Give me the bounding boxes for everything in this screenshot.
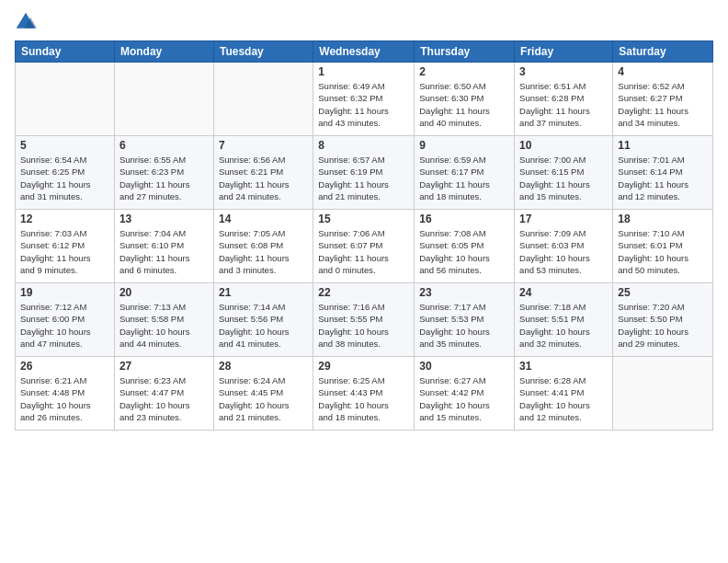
weekday-header-tuesday: Tuesday bbox=[213, 41, 313, 63]
day-number: 9 bbox=[419, 139, 509, 152]
calendar-cell: 20Sunrise: 7:13 AM Sunset: 5:58 PM Dayli… bbox=[114, 283, 213, 357]
calendar-cell: 2Sunrise: 6:50 AM Sunset: 6:30 PM Daylig… bbox=[415, 63, 515, 136]
day-info: Sunrise: 7:08 AM Sunset: 6:05 PM Dayligh… bbox=[419, 227, 509, 276]
calendar-cell bbox=[16, 63, 115, 136]
day-number: 24 bbox=[519, 286, 608, 299]
week-row-2: 5Sunrise: 6:54 AM Sunset: 6:25 PM Daylig… bbox=[16, 136, 713, 210]
page: SundayMondayTuesdayWednesdayThursdayFrid… bbox=[0, 0, 728, 563]
day-info: Sunrise: 7:20 AM Sunset: 5:50 PM Dayligh… bbox=[618, 301, 708, 350]
day-info: Sunrise: 6:27 AM Sunset: 4:42 PM Dayligh… bbox=[419, 374, 509, 423]
day-number: 20 bbox=[119, 286, 209, 299]
day-info: Sunrise: 7:18 AM Sunset: 5:51 PM Dayligh… bbox=[519, 301, 608, 350]
calendar-cell: 19Sunrise: 7:12 AM Sunset: 6:00 PM Dayli… bbox=[16, 283, 115, 357]
day-number: 30 bbox=[419, 360, 509, 373]
logo-icon bbox=[15, 11, 37, 33]
calendar-cell: 9Sunrise: 6:59 AM Sunset: 6:17 PM Daylig… bbox=[415, 136, 515, 210]
day-info: Sunrise: 6:56 AM Sunset: 6:21 PM Dayligh… bbox=[219, 154, 308, 202]
day-number: 5 bbox=[20, 139, 109, 152]
day-number: 13 bbox=[119, 213, 209, 225]
day-number: 15 bbox=[318, 213, 409, 225]
day-info: Sunrise: 6:21 AM Sunset: 4:48 PM Dayligh… bbox=[20, 374, 109, 423]
week-row-1: 1Sunrise: 6:49 AM Sunset: 6:32 PM Daylig… bbox=[16, 63, 713, 136]
day-info: Sunrise: 6:52 AM Sunset: 6:27 PM Dayligh… bbox=[618, 80, 708, 129]
day-info: Sunrise: 7:12 AM Sunset: 6:00 PM Dayligh… bbox=[20, 301, 109, 350]
day-info: Sunrise: 6:55 AM Sunset: 6:23 PM Dayligh… bbox=[119, 154, 209, 202]
day-info: Sunrise: 6:25 AM Sunset: 4:43 PM Dayligh… bbox=[318, 374, 409, 423]
header bbox=[15, 11, 713, 33]
day-number: 25 bbox=[618, 286, 708, 299]
calendar-cell: 8Sunrise: 6:57 AM Sunset: 6:19 PM Daylig… bbox=[313, 136, 415, 210]
calendar-cell: 16Sunrise: 7:08 AM Sunset: 6:05 PM Dayli… bbox=[415, 210, 515, 283]
day-info: Sunrise: 7:10 AM Sunset: 6:01 PM Dayligh… bbox=[618, 227, 708, 276]
day-number: 27 bbox=[119, 360, 209, 373]
day-number: 23 bbox=[419, 286, 509, 299]
calendar-cell: 14Sunrise: 7:05 AM Sunset: 6:08 PM Dayli… bbox=[213, 210, 313, 283]
calendar-cell: 10Sunrise: 7:00 AM Sunset: 6:15 PM Dayli… bbox=[515, 136, 613, 210]
day-info: Sunrise: 7:01 AM Sunset: 6:14 PM Dayligh… bbox=[618, 154, 708, 202]
week-row-4: 19Sunrise: 7:12 AM Sunset: 6:00 PM Dayli… bbox=[16, 283, 713, 357]
calendar-cell: 7Sunrise: 6:56 AM Sunset: 6:21 PM Daylig… bbox=[213, 136, 313, 210]
day-info: Sunrise: 7:17 AM Sunset: 5:53 PM Dayligh… bbox=[419, 301, 509, 350]
weekday-header-friday: Friday bbox=[515, 41, 613, 63]
day-number: 22 bbox=[318, 286, 409, 299]
weekday-header-thursday: Thursday bbox=[415, 41, 515, 63]
calendar-cell: 30Sunrise: 6:27 AM Sunset: 4:42 PM Dayli… bbox=[415, 357, 515, 431]
day-number: 16 bbox=[419, 213, 509, 225]
day-number: 12 bbox=[20, 213, 109, 225]
calendar-cell: 5Sunrise: 6:54 AM Sunset: 6:25 PM Daylig… bbox=[16, 136, 115, 210]
day-number: 8 bbox=[318, 139, 409, 152]
day-info: Sunrise: 6:59 AM Sunset: 6:17 PM Dayligh… bbox=[419, 154, 509, 202]
day-info: Sunrise: 7:16 AM Sunset: 5:55 PM Dayligh… bbox=[318, 301, 409, 350]
day-number: 19 bbox=[20, 286, 109, 299]
weekday-header-sunday: Sunday bbox=[16, 41, 115, 63]
calendar-cell bbox=[613, 357, 713, 431]
day-info: Sunrise: 6:49 AM Sunset: 6:32 PM Dayligh… bbox=[318, 80, 409, 129]
weekday-header-row: SundayMondayTuesdayWednesdayThursdayFrid… bbox=[16, 41, 713, 63]
day-info: Sunrise: 6:50 AM Sunset: 6:30 PM Dayligh… bbox=[419, 80, 509, 129]
day-number: 18 bbox=[618, 213, 708, 225]
calendar-cell: 15Sunrise: 7:06 AM Sunset: 6:07 PM Dayli… bbox=[313, 210, 415, 283]
calendar-cell: 4Sunrise: 6:52 AM Sunset: 6:27 PM Daylig… bbox=[613, 63, 713, 136]
calendar-cell: 23Sunrise: 7:17 AM Sunset: 5:53 PM Dayli… bbox=[415, 283, 515, 357]
day-info: Sunrise: 7:03 AM Sunset: 6:12 PM Dayligh… bbox=[20, 227, 109, 276]
week-row-3: 12Sunrise: 7:03 AM Sunset: 6:12 PM Dayli… bbox=[16, 210, 713, 283]
calendar-cell: 31Sunrise: 6:28 AM Sunset: 4:41 PM Dayli… bbox=[515, 357, 613, 431]
day-info: Sunrise: 7:13 AM Sunset: 5:58 PM Dayligh… bbox=[119, 301, 209, 350]
logo bbox=[15, 11, 40, 33]
calendar-cell: 12Sunrise: 7:03 AM Sunset: 6:12 PM Dayli… bbox=[16, 210, 115, 283]
day-info: Sunrise: 7:04 AM Sunset: 6:10 PM Dayligh… bbox=[119, 227, 209, 276]
day-info: Sunrise: 6:57 AM Sunset: 6:19 PM Dayligh… bbox=[318, 154, 409, 202]
day-number: 31 bbox=[519, 360, 608, 373]
weekday-header-monday: Monday bbox=[114, 41, 213, 63]
day-info: Sunrise: 6:54 AM Sunset: 6:25 PM Dayligh… bbox=[20, 154, 109, 202]
day-info: Sunrise: 6:23 AM Sunset: 4:47 PM Dayligh… bbox=[119, 374, 209, 423]
day-number: 1 bbox=[318, 65, 409, 78]
calendar-cell: 29Sunrise: 6:25 AM Sunset: 4:43 PM Dayli… bbox=[313, 357, 415, 431]
day-number: 26 bbox=[20, 360, 109, 373]
day-number: 10 bbox=[519, 139, 608, 152]
day-info: Sunrise: 7:00 AM Sunset: 6:15 PM Dayligh… bbox=[519, 154, 608, 202]
calendar-cell bbox=[213, 63, 313, 136]
calendar-cell: 28Sunrise: 6:24 AM Sunset: 4:45 PM Dayli… bbox=[213, 357, 313, 431]
calendar-cell: 25Sunrise: 7:20 AM Sunset: 5:50 PM Dayli… bbox=[613, 283, 713, 357]
day-info: Sunrise: 7:14 AM Sunset: 5:56 PM Dayligh… bbox=[219, 301, 308, 350]
day-info: Sunrise: 6:24 AM Sunset: 4:45 PM Dayligh… bbox=[219, 374, 308, 423]
day-number: 17 bbox=[519, 213, 608, 225]
weekday-header-saturday: Saturday bbox=[613, 41, 713, 63]
day-number: 21 bbox=[219, 286, 308, 299]
day-info: Sunrise: 7:05 AM Sunset: 6:08 PM Dayligh… bbox=[219, 227, 308, 276]
calendar-cell: 3Sunrise: 6:51 AM Sunset: 6:28 PM Daylig… bbox=[515, 63, 613, 136]
weekday-header-wednesday: Wednesday bbox=[313, 41, 415, 63]
day-number: 7 bbox=[219, 139, 308, 152]
day-number: 6 bbox=[119, 139, 209, 152]
day-info: Sunrise: 7:09 AM Sunset: 6:03 PM Dayligh… bbox=[519, 227, 608, 276]
day-number: 14 bbox=[219, 213, 308, 225]
calendar-cell: 21Sunrise: 7:14 AM Sunset: 5:56 PM Dayli… bbox=[213, 283, 313, 357]
calendar-cell bbox=[114, 63, 213, 136]
day-number: 4 bbox=[618, 65, 708, 78]
day-number: 2 bbox=[419, 65, 509, 78]
calendar-cell: 6Sunrise: 6:55 AM Sunset: 6:23 PM Daylig… bbox=[114, 136, 213, 210]
calendar: SundayMondayTuesdayWednesdayThursdayFrid… bbox=[15, 40, 713, 431]
day-number: 28 bbox=[219, 360, 308, 373]
calendar-cell: 24Sunrise: 7:18 AM Sunset: 5:51 PM Dayli… bbox=[515, 283, 613, 357]
